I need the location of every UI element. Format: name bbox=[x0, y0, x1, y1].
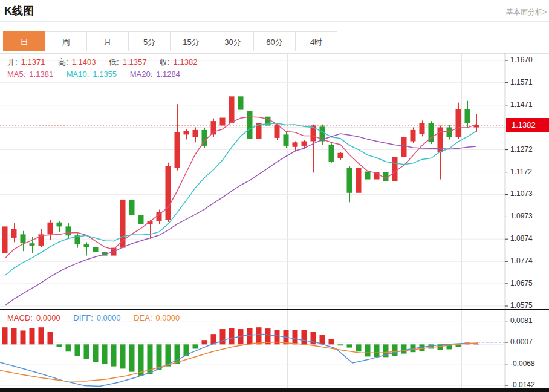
macd-axis-label: -0.0142 bbox=[510, 381, 535, 389]
ma5-value: 1.1381 bbox=[29, 70, 53, 79]
current-price-badge: 1.1382 bbox=[506, 118, 549, 132]
diff-label: DIFF: bbox=[73, 313, 93, 322]
macd-value: 0.0000 bbox=[36, 313, 60, 322]
price-axis-label: 1.0874 bbox=[510, 234, 533, 243]
close-label: 收: bbox=[160, 57, 170, 67]
ma5-label: MA5: bbox=[7, 70, 25, 79]
price-axis-label: 1.1471 bbox=[510, 100, 533, 109]
price-axis-label: 1.0675 bbox=[510, 279, 533, 287]
ma20-value: 1.1284 bbox=[156, 70, 180, 79]
high-value: 1.1403 bbox=[72, 57, 96, 67]
dea-label: DEA: bbox=[134, 313, 152, 322]
ma10-label: MA10: bbox=[67, 70, 89, 79]
ma20-label: MA20: bbox=[130, 70, 153, 79]
open-label: 开: bbox=[7, 57, 18, 67]
macd-label: MACD: bbox=[7, 313, 33, 322]
price-axis-label: 1.0575 bbox=[510, 301, 533, 310]
macd-axis-label: -0.0068 bbox=[510, 359, 535, 368]
ma10-value: 1.1355 bbox=[93, 70, 117, 79]
price-axis-label: 1.0774 bbox=[510, 256, 533, 265]
close-value: 1.1382 bbox=[174, 57, 198, 67]
price-axis-label: 1.1073 bbox=[510, 189, 533, 198]
macd-axis-label: 0.0081 bbox=[510, 316, 533, 325]
diff-value: 0.0000 bbox=[97, 313, 121, 322]
price-axis-label: 1.0973 bbox=[510, 212, 533, 220]
price-axis-label: 1.1272 bbox=[510, 145, 533, 154]
macd-axis-label: 0.0007 bbox=[510, 338, 533, 346]
ohlc-legend: 开:1.1371 高:1.1403 低:1.1357 收:1.1382 bbox=[7, 57, 201, 68]
price-axis-label: 1.1571 bbox=[510, 78, 533, 87]
price-axis-label: 1.1670 bbox=[510, 56, 533, 64]
low-label: 低: bbox=[109, 57, 119, 67]
low-value: 1.1357 bbox=[123, 57, 147, 67]
open-value: 1.1371 bbox=[21, 57, 45, 67]
kline-page: K线图 基本面分析> 日 周 月 5分 15分 30分 60分 4时 开:1.1… bbox=[0, 0, 549, 392]
price-axis-label: 1.1172 bbox=[510, 168, 532, 176]
ma-legend: MA5:1.1381 MA10:1.1355 MA20:1.1284 bbox=[7, 70, 184, 79]
macd-legend: MACD:0.0000 DIFF:0.0000 DEA:0.0000 bbox=[7, 313, 183, 322]
dea-value: 0.0000 bbox=[156, 313, 180, 322]
high-label: 高: bbox=[58, 57, 68, 67]
